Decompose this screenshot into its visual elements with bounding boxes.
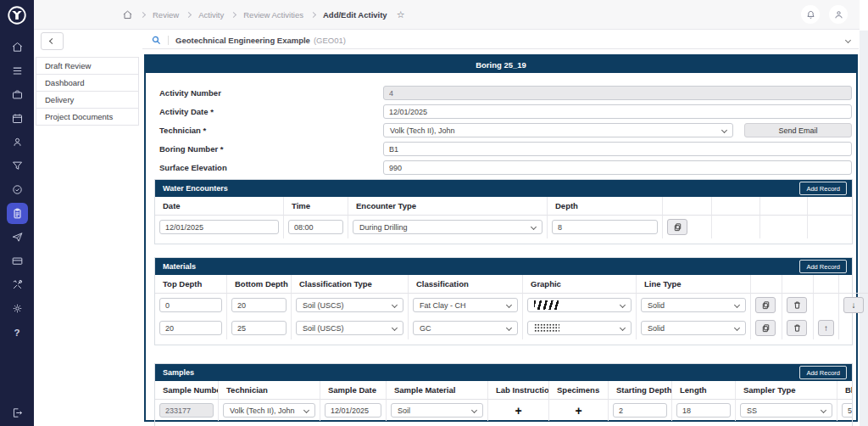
chevron-left-icon	[49, 38, 55, 44]
favorite-star-icon[interactable]: ☆	[397, 9, 405, 20]
breadcrumb-home-icon[interactable]	[122, 9, 133, 20]
samples-add-record-button[interactable]: Add Record	[799, 366, 847, 379]
scrollbar-track[interactable]	[860, 31, 868, 426]
chevron-down-icon[interactable]	[845, 37, 851, 43]
material-classification-select[interactable]: Fat Clay - CH	[413, 298, 518, 312]
sample-technician-select[interactable]: Volk (Tech II), John	[223, 403, 315, 418]
water-time-input[interactable]	[288, 220, 343, 234]
water-encounter-type-select[interactable]: During Drilling	[353, 220, 542, 234]
samples-title: Samples	[163, 368, 194, 377]
samples-sampler-type-header: Sampler Type	[736, 381, 837, 400]
list-icon[interactable]	[7, 64, 28, 78]
move-row-down-button[interactable]: ↓	[843, 297, 864, 313]
water-date-header: Date	[155, 197, 284, 216]
chevron-down-icon	[303, 407, 309, 413]
material-graphic-select[interactable]	[527, 298, 632, 312]
chevron-down-icon	[734, 302, 740, 308]
sample-length-input[interactable]	[676, 403, 731, 418]
breadcrumb-current-page: Add/Edit Activity	[323, 10, 387, 20]
notifications-button[interactable]	[801, 5, 820, 24]
breadcrumb-separator	[186, 11, 192, 17]
water-depth-input[interactable]	[552, 220, 658, 234]
credit-card-icon[interactable]	[7, 254, 28, 268]
activity-number-input	[383, 86, 852, 100]
search-icon	[151, 35, 162, 46]
delete-row-button[interactable]	[787, 320, 807, 336]
sample-material-select[interactable]: Soil	[391, 403, 483, 418]
water-date-input[interactable]	[159, 220, 279, 234]
sampler-type-value: SS	[747, 406, 757, 415]
add-specimens-button[interactable]: +	[554, 404, 604, 418]
breadcrumb-item-activity[interactable]: Activity	[198, 10, 224, 20]
material-line-type-select[interactable]: Solid	[641, 298, 746, 312]
material-classification-type-select[interactable]: Soil (USCS)	[296, 298, 403, 312]
sidebar-item-delivery[interactable]: Delivery	[36, 92, 138, 109]
sample-date-input[interactable]	[325, 403, 381, 418]
material-graphic-select[interactable]	[527, 321, 632, 335]
sidebar-item-draft-review[interactable]: Draft Review	[36, 58, 138, 75]
briefcase-icon[interactable]	[7, 87, 28, 102]
sidebar-item-dashboard[interactable]: Dashboard	[36, 75, 138, 92]
sidebar-item-project-documents[interactable]: Project Documents	[36, 109, 138, 126]
sample-starting-depth-input[interactable]	[613, 403, 667, 418]
sample-blows-input[interactable]	[842, 403, 852, 418]
collapse-sidebar-button[interactable]	[41, 32, 64, 50]
empty-header	[782, 275, 814, 294]
material-top-depth-input[interactable]	[159, 298, 222, 312]
water-encounters-title: Water Encounters	[163, 184, 228, 193]
top-bar: Review Activity Review Activities Add/Ed…	[34, 0, 860, 30]
help-icon[interactable]: ?	[7, 325, 28, 339]
boring-number-input[interactable]	[383, 142, 852, 156]
tools-icon[interactable]	[7, 277, 28, 292]
materials-graphic-header: Graphic	[523, 275, 637, 294]
divider	[168, 36, 169, 45]
technician-select[interactable]: Volk (Tech II), John	[383, 123, 733, 137]
materials-top-depth-header: Top Depth	[155, 275, 227, 294]
encounter-type-value: During Drilling	[359, 223, 408, 232]
breadcrumb-separator	[310, 11, 316, 17]
filter-flask-icon[interactable]	[7, 159, 28, 173]
sample-material-value: Soil	[398, 406, 410, 415]
move-row-up-button[interactable]: ↑	[818, 320, 834, 336]
sidebar-menu: Draft Review Dashboard Delivery Project …	[36, 57, 139, 126]
material-classification-type-select[interactable]: Soil (USCS)	[296, 321, 403, 335]
material-top-depth-input[interactable]	[159, 321, 222, 335]
home-icon[interactable]	[7, 40, 28, 54]
material-line-type-select[interactable]: Solid	[641, 321, 746, 335]
logout-icon[interactable]	[0, 406, 34, 419]
user-icon[interactable]	[7, 135, 28, 149]
boring-panel: Boring 25_19 Activity Number Activity Da…	[144, 54, 858, 422]
classification-type-value: Soil (USCS)	[303, 301, 344, 310]
gear-icon[interactable]	[7, 301, 28, 316]
copy-row-button[interactable]	[755, 320, 776, 336]
samples-length-header: Length	[672, 381, 736, 400]
breadcrumb-item-review[interactable]: Review	[153, 10, 179, 20]
chevron-down-icon	[620, 302, 626, 308]
boring-number-label: Boring Number *	[159, 144, 383, 154]
chevron-down-icon	[620, 325, 626, 331]
breadcrumb-item-review-activities[interactable]: Review Activities	[243, 10, 303, 20]
material-classification-select[interactable]: GC	[413, 321, 518, 335]
check-circle-icon[interactable]	[7, 182, 28, 197]
activity-date-input[interactable]	[383, 104, 852, 119]
project-search-bar[interactable]: Geotechnical Engineering Example (GEO01)	[142, 32, 859, 49]
water-add-record-button[interactable]: Add Record	[799, 182, 847, 195]
copy-row-button[interactable]	[667, 219, 687, 235]
breadcrumb-separator	[140, 11, 146, 17]
delete-row-button[interactable]	[787, 297, 807, 313]
account-button[interactable]	[829, 5, 848, 24]
surface-elevation-input[interactable]	[383, 160, 852, 175]
empty-cell	[760, 216, 808, 238]
material-bottom-depth-input[interactable]	[231, 298, 287, 312]
add-lab-instructions-button[interactable]: +	[492, 404, 544, 418]
send-icon[interactable]	[7, 230, 28, 244]
calendar-icon[interactable]	[7, 111, 28, 126]
clipboard-icon[interactable]	[7, 203, 28, 224]
surface-elevation-label: Surface Elevation	[159, 163, 383, 172]
send-email-button[interactable]: Send Email	[744, 123, 852, 137]
samples-date-header: Sample Date	[320, 381, 387, 400]
materials-add-record-button[interactable]: Add Record	[799, 260, 847, 273]
copy-row-button[interactable]	[755, 297, 776, 313]
material-bottom-depth-input[interactable]	[231, 321, 287, 335]
sampler-type-select[interactable]: SS	[740, 403, 832, 418]
